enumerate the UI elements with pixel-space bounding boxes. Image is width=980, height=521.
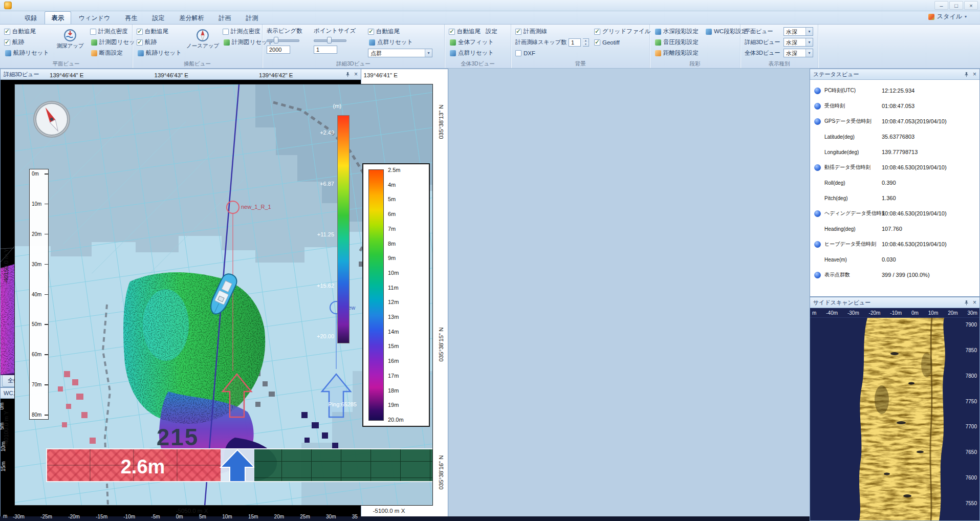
maximize-button[interactable]: □ (949, 1, 963, 10)
status-label: ヒーブデータ受信時刻 (824, 241, 876, 248)
plan-wake-checkbox[interactable]: 航跡 (4, 38, 50, 47)
ship-wake-checkbox[interactable]: 航跡 (137, 38, 183, 47)
plan-wake-reset-button[interactable]: 航跡リセット (4, 49, 50, 57)
ruler-tick: 60m (30, 352, 48, 357)
depth-shading-button[interactable]: 水深段彩設定 (654, 27, 700, 36)
sidescan-waterfall (810, 318, 979, 520)
detail3d-cloud-reset-button[interactable]: 点群リセット (368, 38, 434, 47)
button-label: 航跡リセット (13, 49, 49, 57)
wc-x-tick: -25m (40, 514, 52, 519)
close-button[interactable]: × (964, 1, 978, 10)
whole3d-settings-button[interactable]: 設定 (485, 27, 498, 36)
pin-icon[interactable] (964, 300, 969, 306)
depth-ruler: 0m10m20m30m40m50m60m70m80m (29, 169, 49, 420)
status-row: Latitude(deg) 35.63776803 (810, 129, 979, 144)
whole3d-cloud-reset-button[interactable]: 点群リセット (449, 49, 498, 57)
status-row: ヘディングデータ受信時刻 10:08:46.530(2019/04/10) (810, 206, 979, 221)
status-value: 1.360 (882, 195, 896, 201)
grid-file-checkbox[interactable]: グリッドファイル (594, 27, 650, 36)
sidescan-y-tick: 7900 (966, 322, 977, 328)
detail3d-type-dropdown[interactable]: 水深 ▾ (783, 38, 813, 47)
ping-count-slider[interactable] (267, 37, 299, 44)
chevron-down-icon: ▾ (805, 38, 813, 46)
ribbon-group-shading: 水深段彩設定 音圧段彩設定 距離段彩設定 WC段彩設定 (650, 25, 741, 68)
cloud-type-dropdown[interactable]: 点群 ▾ (368, 49, 432, 57)
minimize-button[interactable]: – (934, 1, 948, 10)
ping-count-input[interactable]: 2000 (267, 46, 290, 54)
button-label: 断面設定 (99, 49, 123, 57)
amplitude-shading-button[interactable]: 音圧段彩設定 (654, 38, 700, 47)
ribbon-tab[interactable]: 計測 (238, 11, 265, 24)
ribbon-tab[interactable]: 収録 (17, 11, 44, 24)
point-size-slider[interactable] (314, 37, 346, 44)
shading-icon (655, 29, 661, 35)
scale-tick: 17m (388, 373, 427, 379)
status-label: Roll(deg) (824, 180, 845, 186)
plan-line-checkbox[interactable]: 計画測線 (515, 27, 589, 36)
ribbon-tab[interactable]: ウィンドウ (72, 11, 117, 24)
wc-x-tick: 25m (300, 514, 310, 519)
dxf-checkbox[interactable]: DXF (515, 49, 589, 57)
depth-up-button[interactable]: 測深アップ (55, 27, 85, 50)
status-led-icon (814, 164, 821, 171)
wc-y-tick: 0m (0, 403, 5, 410)
ribbon-tab[interactable]: 表示 (45, 11, 71, 24)
close-icon[interactable]: × (973, 299, 976, 306)
whole3d-auto-track-checkbox[interactable]: 自動追尾 (449, 27, 481, 36)
range-shading-button[interactable]: 距離段彩設定 (654, 49, 700, 57)
sidescan-y-tick: 7800 (966, 373, 977, 379)
close-icon[interactable]: × (973, 71, 976, 77)
status-row: 表示点群数 399 / 399 (100.0%) (810, 267, 979, 283)
wc-x-tick: -5m (151, 514, 160, 519)
plan-auto-track-checkbox[interactable]: 自動追尾 (4, 27, 50, 36)
ribbon-tab[interactable]: 差分解析 (172, 11, 211, 24)
spin-down-icon[interactable]: ▼ (583, 42, 589, 46)
whole3d-fit-button[interactable]: 全体フィット (449, 38, 498, 47)
point-size-input[interactable]: 1 (314, 46, 337, 54)
plan-line-skip-input[interactable]: 1 (569, 38, 581, 47)
ribbon-tab[interactable]: 再生 (118, 11, 144, 24)
checkbox (4, 29, 10, 35)
app-icon (4, 2, 12, 9)
group-label: 表示種別 (741, 60, 818, 68)
ship-wake-reset-button[interactable]: 航跡リセット (137, 49, 183, 57)
geotiff-checkbox[interactable]: Geotiff (594, 38, 650, 47)
status-row: Heave(m) 0.030 (810, 252, 979, 267)
window-controls: – □ × (934, 1, 978, 10)
scale-tick: 2.5m (388, 167, 427, 173)
slider-handle[interactable] (274, 37, 278, 44)
ribbon-tab[interactable]: 設定 (145, 11, 171, 24)
wc-x-tick: -10m (123, 514, 135, 519)
ping-count-label: 表示ピング数 (267, 27, 309, 35)
scale-tick: 6m (388, 211, 427, 217)
checkbox-label: 自動追尾 (457, 28, 481, 35)
checkbox-label: DXF (524, 50, 535, 56)
ruler-tick: 0m (30, 171, 48, 177)
reset-icon (224, 39, 230, 46)
group-label: 段彩 (650, 60, 740, 68)
wc-x-tick: 30m (326, 514, 336, 519)
ribbon-group-whole3d: 自動追尾 設定 全体フィット 点群リセット 全体3Dビュー (445, 25, 511, 68)
status-row: GPSデータ受信時刻 10:08:47.053(2019/04/10) (810, 114, 979, 129)
pin-icon[interactable] (964, 72, 969, 77)
detail3d-auto-track-checkbox[interactable]: 自動追尾 (368, 27, 434, 36)
spinner[interactable]: ▲▼ (583, 38, 589, 47)
ribbon: 自動追尾 航跡 航跡リセット (0, 25, 980, 69)
ribbon-tab[interactable]: 計画 (211, 11, 238, 24)
display-type-row-label: 平面ビュー (745, 28, 781, 35)
shading-icon (706, 29, 712, 35)
ship-auto-track-checkbox[interactable]: 自動追尾 (137, 27, 183, 36)
status-value: 0.390 (882, 180, 896, 186)
north-up-button[interactable]: ノースアップ (188, 27, 217, 50)
input-value: 1 (316, 47, 319, 53)
button-label: 水深段彩設定 (663, 28, 699, 35)
sidescan-waterfall-canvas[interactable] (810, 318, 979, 520)
group-label: 平面ビュー (0, 60, 132, 68)
status-row: Heading(deg) 107.760 (810, 221, 979, 236)
style-menu[interactable]: スタイル ▾ (928, 11, 974, 25)
whole3d-type-dropdown[interactable]: 水深 ▾ (783, 49, 813, 57)
plan-view-type-dropdown[interactable]: 水深 ▾ (783, 27, 813, 36)
waypoint-label: new (345, 305, 355, 311)
spin-up-icon[interactable]: ▲ (583, 39, 589, 42)
slider-handle[interactable] (327, 37, 332, 44)
